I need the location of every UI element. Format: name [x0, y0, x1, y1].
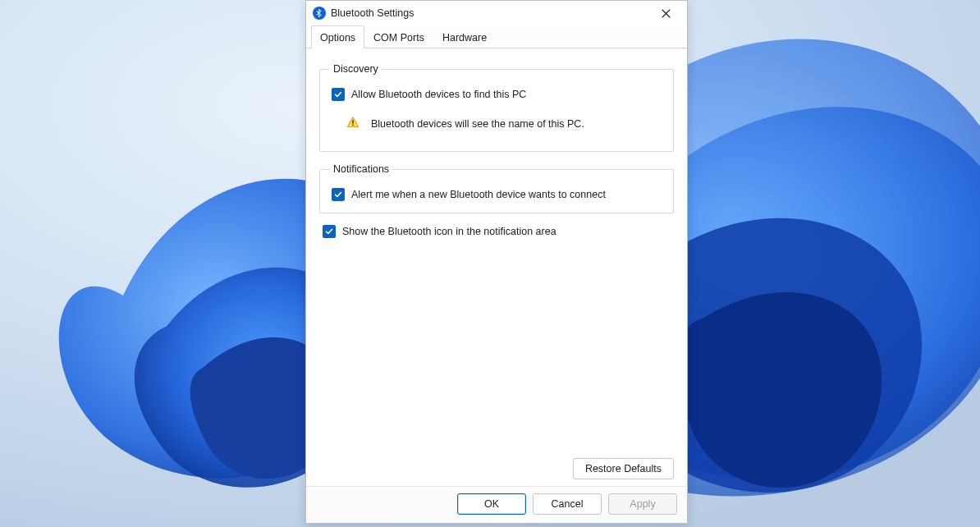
bluetooth-icon	[313, 7, 326, 20]
checkbox-allow-discovery[interactable]	[332, 88, 345, 101]
apply-button[interactable]: Apply	[608, 493, 677, 515]
tab-com-ports[interactable]: COM Ports	[364, 25, 433, 48]
close-icon	[662, 9, 671, 18]
group-discovery: Discovery Allow Bluetooth devices to fin…	[319, 63, 674, 152]
close-button[interactable]	[648, 2, 684, 25]
check-icon	[334, 190, 342, 199]
show-tray-icon-label: Show the Bluetooth icon in the notificat…	[342, 226, 556, 237]
svg-rect-2	[352, 120, 353, 123]
svg-rect-3	[352, 125, 353, 126]
cancel-button[interactable]: Cancel	[533, 493, 602, 515]
tab-options[interactable]: Options	[311, 25, 364, 48]
tab-content-options: Discovery Allow Bluetooth devices to fin…	[306, 48, 687, 486]
checkbox-alert-connect[interactable]	[332, 188, 345, 201]
discovery-warning-text: Bluetooth devices will see the name of t…	[371, 118, 584, 130]
group-notifications-legend: Notifications	[330, 163, 392, 175]
check-icon	[334, 90, 342, 99]
alert-connect-label: Alert me when a new Bluetooth device wan…	[351, 189, 606, 200]
window-title: Bluetooth Settings	[331, 7, 648, 19]
warning-icon	[346, 116, 359, 131]
ok-button[interactable]: OK	[457, 493, 526, 515]
check-icon	[325, 227, 333, 236]
checkbox-show-tray-icon[interactable]	[323, 225, 336, 238]
dialog-footer: OK Cancel Apply	[306, 486, 687, 523]
tab-strip: Options COM Ports Hardware	[306, 25, 687, 48]
group-notifications: Notifications Alert me when a new Blueto…	[319, 163, 674, 213]
bluetooth-settings-dialog: Bluetooth Settings Options COM Ports Har…	[305, 0, 688, 524]
titlebar[interactable]: Bluetooth Settings	[306, 1, 687, 25]
tab-hardware[interactable]: Hardware	[433, 25, 496, 48]
allow-discovery-label: Allow Bluetooth devices to find this PC	[351, 89, 526, 100]
group-discovery-legend: Discovery	[330, 63, 382, 75]
restore-defaults-button[interactable]: Restore Defaults	[573, 458, 674, 479]
